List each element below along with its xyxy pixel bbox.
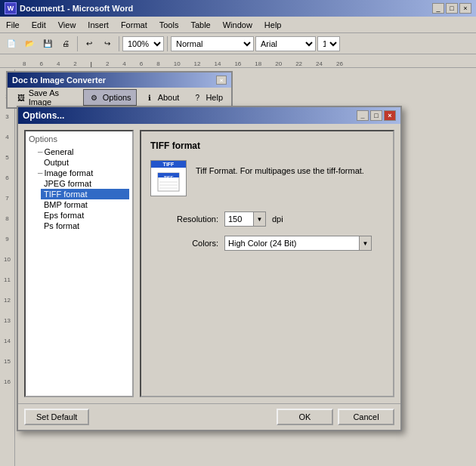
tree-item-general[interactable]: ─ General xyxy=(35,147,129,157)
menu-table[interactable]: Table xyxy=(184,19,216,31)
menu-edit[interactable]: Edit xyxy=(26,19,52,31)
tiff-icon-header: TIFF xyxy=(151,161,186,168)
print-btn[interactable]: 🖨 xyxy=(57,35,74,52)
about-label: About xyxy=(158,93,180,102)
menu-window[interactable]: Window xyxy=(217,19,258,31)
zoom-select[interactable]: 100% xyxy=(122,36,164,51)
colors-combo[interactable]: High Color (24 Bit) ▼ xyxy=(224,236,372,251)
about-btn[interactable]: ℹ About xyxy=(138,89,185,106)
minimize-btn[interactable]: _ xyxy=(432,3,444,14)
options-title-controls: _ □ × xyxy=(357,110,396,121)
options-body: Options ─ General Output ─ Ima xyxy=(18,124,400,403)
help-icon: ? xyxy=(191,91,203,103)
tree-bmp-label: BMP format xyxy=(44,200,88,209)
colors-label: Colors: xyxy=(150,239,218,248)
title-bar: W Document1 - Microsoft Word _ □ × xyxy=(0,0,476,17)
menu-help[interactable]: Help xyxy=(258,19,288,31)
doc-converter-toolbar: 🖼 Save As Image ⚙ Options ℹ About ? Help xyxy=(8,88,231,107)
open-btn[interactable]: 📂 xyxy=(21,35,38,52)
resolution-combo[interactable]: 150 ▼ xyxy=(224,211,266,227)
options-close-btn[interactable]: × xyxy=(384,110,396,121)
footer-right-buttons: OK Cancel xyxy=(277,409,394,425)
options-footer: Set Default OK Cancel xyxy=(18,403,400,430)
undo-btn[interactable]: ↩ xyxy=(81,35,97,52)
tiff-icon-body: TIFF xyxy=(156,168,181,196)
expand-icon-image-format: ─ xyxy=(38,169,42,177)
tree-item-eps[interactable]: Eps format xyxy=(41,210,129,221)
tree-panel: Options ─ General Output ─ Ima xyxy=(24,130,134,397)
options-title-bar: Options... _ □ × xyxy=(18,107,400,124)
tree-item-tiff[interactable]: TIFF format xyxy=(41,189,129,199)
style-select[interactable]: Normal xyxy=(171,36,254,51)
colors-dropdown-arrow[interactable]: ▼ xyxy=(359,236,371,250)
doc-converter-controls: × xyxy=(216,76,227,85)
right-panel: TIFF format TIFF TIFF xyxy=(140,130,394,397)
tree-group-general-children: Output xyxy=(41,157,129,168)
save-btn[interactable]: 💾 xyxy=(39,35,56,52)
format-description: Tiff Format. For multipages use the tiff… xyxy=(196,160,384,175)
redo-btn[interactable]: ↪ xyxy=(99,35,116,52)
window-controls: _ □ × xyxy=(432,3,471,14)
close-btn[interactable]: × xyxy=(459,3,471,14)
svg-text:TIFF: TIFF xyxy=(164,175,174,180)
sep1 xyxy=(77,36,78,51)
options-minimize-btn[interactable]: _ xyxy=(357,110,369,121)
tree-eps-label: Eps format xyxy=(44,211,84,220)
help-label: Help xyxy=(206,93,223,102)
colors-value: High Color (24 Bit) xyxy=(225,239,359,248)
format-header: TIFF TIFF Tiff Format. xyxy=(150,160,384,196)
tree-group-general: ─ General Output xyxy=(35,147,129,168)
options-title-text: Options... xyxy=(23,110,64,121)
options-icon: ⚙ xyxy=(88,91,100,103)
set-default-button[interactable]: Set Default xyxy=(24,409,89,425)
tree-item-output[interactable]: Output xyxy=(41,157,129,168)
doc-converter-close[interactable]: × xyxy=(216,76,227,85)
size-select[interactable]: 10 xyxy=(317,36,340,51)
word-area: 12345678910111213141516 Doc to Image Con… xyxy=(0,69,476,466)
menu-file[interactable]: File xyxy=(0,19,26,31)
left-ruler: 12345678910111213141516 xyxy=(0,69,15,466)
tree-item-jpeg[interactable]: JPEG format xyxy=(41,178,129,189)
tree-image-format-label: Image format xyxy=(44,168,93,177)
cancel-button[interactable]: Cancel xyxy=(338,409,394,425)
menu-format[interactable]: Format xyxy=(115,19,153,31)
save-image-icon: 🖼 xyxy=(16,91,26,103)
menu-bar: File Edit View Insert Format Tools Table… xyxy=(0,17,476,33)
tree-jpeg-label: JPEG format xyxy=(44,179,91,188)
maximize-btn[interactable]: □ xyxy=(446,3,458,14)
tree-tiff-label: TIFF format xyxy=(44,190,87,199)
tree-item-bmp[interactable]: BMP format xyxy=(41,199,129,210)
colors-row: Colors: High Color (24 Bit) ▼ xyxy=(150,236,384,251)
options-btn[interactable]: ⚙ Options xyxy=(83,89,137,106)
tree-item-ps[interactable]: Ps format xyxy=(41,221,129,231)
resolution-row: Resolution: 150 ▼ dpi xyxy=(150,211,384,227)
resolution-dropdown-arrow[interactable]: ▼ xyxy=(253,212,265,226)
save-as-image-label: Save As Image xyxy=(29,88,76,106)
toolbar: 📄 📂 💾 🖨 ↩ ↪ 100% Normal Arial 10 xyxy=(0,33,476,54)
tree-general-label: General xyxy=(44,147,73,156)
tree-item-image-format[interactable]: ─ Image format xyxy=(35,168,129,178)
word-icon: W xyxy=(5,2,17,14)
resolution-value: 150 xyxy=(225,214,253,224)
doc-converter-title-text: Doc to Image Converter xyxy=(12,76,106,85)
doc-converter-title-bar: Doc to Image Converter × xyxy=(8,73,231,88)
horizontal-ruler: 8642|2468101214161820222426 xyxy=(0,54,476,68)
title-bar-left: W Document1 - Microsoft Word xyxy=(5,2,133,14)
ok-button[interactable]: OK xyxy=(277,409,333,425)
tree-ps-label: Ps format xyxy=(44,221,79,230)
options-label: Options xyxy=(103,93,131,102)
menu-tools[interactable]: Tools xyxy=(153,19,185,31)
resolution-label: Resolution: xyxy=(150,214,218,224)
menu-insert[interactable]: Insert xyxy=(82,19,115,31)
tiff-icon: TIFF TIFF xyxy=(150,160,187,196)
format-title: TIFF format xyxy=(150,140,384,151)
font-select[interactable]: Arial xyxy=(255,36,316,51)
new-btn[interactable]: 📄 xyxy=(3,35,20,52)
options-maximize-btn[interactable]: □ xyxy=(370,110,382,121)
save-as-image-btn[interactable]: 🖼 Save As Image xyxy=(11,89,82,106)
dpi-label: dpi xyxy=(272,214,283,224)
help-btn[interactable]: ? Help xyxy=(186,89,228,106)
window-title: Document1 - Microsoft Word xyxy=(20,4,133,13)
options-dialog: Options... _ □ × Options ─ General xyxy=(17,106,402,431)
menu-view[interactable]: View xyxy=(52,19,82,31)
